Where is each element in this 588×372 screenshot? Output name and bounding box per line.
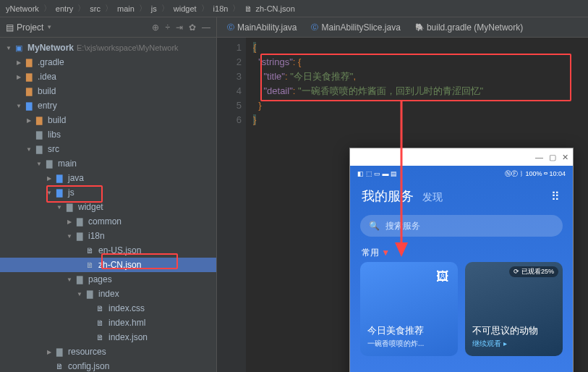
expand-icon[interactable]	[65, 233, 74, 240]
folder-icon: ▇	[33, 129, 45, 140]
close-icon[interactable]: ✕	[562, 153, 568, 162]
expand-icon[interactable]	[75, 291, 84, 297]
expand-icon[interactable]	[55, 204, 64, 211]
tree-row[interactable]: ▇js	[0, 185, 216, 200]
json-file-icon: 🗎	[54, 360, 65, 372]
tree-row[interactable]: ▇entry	[0, 98, 216, 113]
gradle-file-icon: 🐘	[415, 23, 424, 31]
section-label: 常用 ▼	[350, 241, 573, 262]
crumb[interactable]: js	[151, 4, 157, 13]
card-food[interactable]: 🖼 今日美食推荐 一碗香喷喷的炸...	[360, 262, 458, 356]
tree-row[interactable]: ▇resources	[0, 344, 216, 359]
tab-label: MainAbilitySlice.java	[321, 22, 400, 33]
tree-row[interactable]: 🗎index.hml	[0, 316, 216, 330]
tree-row[interactable]: ▇common	[0, 214, 216, 229]
tree-row[interactable]: ▇index	[0, 287, 216, 301]
tree-row[interactable]: 🗎en-US.json	[0, 243, 216, 258]
crumb[interactable]: main	[117, 4, 135, 13]
expand-icon[interactable]	[65, 219, 74, 225]
tree-label: java	[68, 173, 84, 183]
folder-icon: ▇	[74, 230, 85, 242]
collapse-icon[interactable]: ⇥	[176, 22, 183, 33]
gear-icon[interactable]: ✿	[189, 22, 196, 33]
crumb[interactable]: yNetwork	[6, 4, 39, 13]
tree-label: pages	[88, 274, 112, 284]
tree-label: config.json	[68, 361, 109, 371]
status-right: ⓃⒻ ⧘ 100% ▭ 10:04	[505, 169, 566, 179]
expand-icon[interactable]	[35, 161, 43, 167]
tree-row[interactable]: 🗎config.json	[0, 359, 216, 372]
expand-icon[interactable]	[45, 349, 54, 355]
phone-title[interactable]: 我的服务	[362, 187, 414, 205]
tree-row[interactable]: ▇build	[0, 84, 216, 98]
json-file-icon: 🗎	[94, 331, 106, 343]
phone-menu-icon[interactable]: ⠿	[551, 190, 561, 203]
expand-icon[interactable]	[14, 74, 23, 80]
card-link[interactable]: 继续观看 ▸	[472, 339, 555, 349]
tree-label: i18n	[88, 231, 105, 241]
project-tree[interactable]: ▣ MyNetwork E:\xjs\workspace\MyNetwork ▇…	[0, 38, 216, 372]
target-icon[interactable]: ⊕	[152, 22, 159, 33]
expand-icon[interactable]	[14, 59, 23, 66]
java-file-icon: Ⓒ	[227, 22, 234, 33]
phone-subtitle[interactable]: 发现	[422, 191, 443, 204]
hide-icon[interactable]: —	[202, 22, 210, 33]
expand-icon[interactable]	[14, 103, 23, 109]
tree-label: .gradle	[38, 57, 64, 67]
image-icon: 🖼	[436, 269, 449, 284]
tree-row[interactable]: ▇i18n	[0, 229, 216, 243]
card-animal[interactable]: ⟳ 已观看25% 不可思议的动物 继续观看 ▸	[465, 262, 563, 356]
folder-icon: ▇	[33, 114, 45, 126]
tree-label: widget	[78, 202, 103, 212]
folder-icon: ▇	[33, 143, 45, 155]
folder-icon: ▇	[54, 172, 65, 184]
phone-search[interactable]: 🔍 搜索服务	[360, 215, 563, 237]
tree-row[interactable]: ▇.idea	[0, 69, 216, 84]
crumb[interactable]: widget	[174, 4, 197, 13]
tree-path: E:\xjs\workspace\MyNetwork	[77, 43, 179, 52]
breadcrumb: yNetwork〉 entry〉 src〉 main〉 js〉 widget〉 …	[0, 0, 588, 17]
dropdown-icon[interactable]: ▼	[46, 24, 52, 30]
tree-row[interactable]: 🗎index.css	[0, 301, 216, 316]
tree-label: index.css	[108, 303, 145, 313]
folder-icon: ▇	[74, 216, 85, 227]
json-file-icon: 🗎	[244, 4, 252, 13]
tree-row[interactable]: ▇java	[0, 171, 216, 185]
java-file-icon: Ⓒ	[311, 22, 318, 33]
tree-row[interactable]: 🗎index.json	[0, 330, 216, 344]
tree-row[interactable]: ▇build	[0, 113, 216, 127]
crumb[interactable]: i18n	[213, 4, 229, 13]
tab-mainabilityslice[interactable]: Ⓒ MainAbilitySlice.java	[304, 17, 407, 37]
expand-icon[interactable]	[65, 276, 74, 283]
tree-row[interactable]: ▇widget	[0, 200, 216, 214]
tree-label: zh-CN.json	[98, 260, 141, 270]
expand-icon[interactable]	[45, 190, 54, 196]
tree-row[interactable]: ▇libs	[0, 127, 216, 142]
tree-row[interactable]: ▇main	[0, 156, 216, 171]
tree-label: src	[48, 144, 59, 154]
tree-label: entry	[38, 101, 57, 111]
tree-row[interactable]: ▇pages	[0, 272, 216, 287]
folder-icon: ▇	[84, 288, 95, 300]
tree-root[interactable]: ▣ MyNetwork E:\xjs\workspace\MyNetwork	[0, 41, 216, 55]
crumb[interactable]: entry	[56, 4, 73, 13]
tree-row[interactable]: ▇.gradle	[0, 55, 216, 69]
expand-icon[interactable]	[25, 117, 33, 124]
expand-icon[interactable]	[45, 175, 54, 182]
editor-tabs: Ⓒ MainAbility.java Ⓒ MainAbilitySlice.ja…	[217, 17, 588, 38]
line-gutter: 123 456	[217, 38, 246, 372]
tree-label: main	[58, 158, 77, 169]
crumb[interactable]: zh-CN.json	[255, 4, 294, 13]
tree-label: index.json	[108, 332, 148, 342]
maximize-icon[interactable]: ▢	[549, 153, 556, 162]
tab-mainability[interactable]: Ⓒ MainAbility.java	[220, 17, 304, 37]
tree-row[interactable]: 🗎zh-CN.json	[0, 258, 216, 272]
crumb[interactable]: src	[90, 4, 101, 13]
divide-icon[interactable]: ÷	[165, 22, 170, 33]
sidebar-title[interactable]: Project	[17, 22, 43, 33]
tab-buildgradle[interactable]: 🐘 build.gradle (MyNetwork)	[408, 17, 530, 37]
expand-icon[interactable]	[25, 146, 33, 153]
tree-row[interactable]: ▇src	[0, 142, 216, 156]
minimize-icon[interactable]: —	[535, 153, 543, 161]
expand-icon[interactable]	[4, 45, 13, 51]
